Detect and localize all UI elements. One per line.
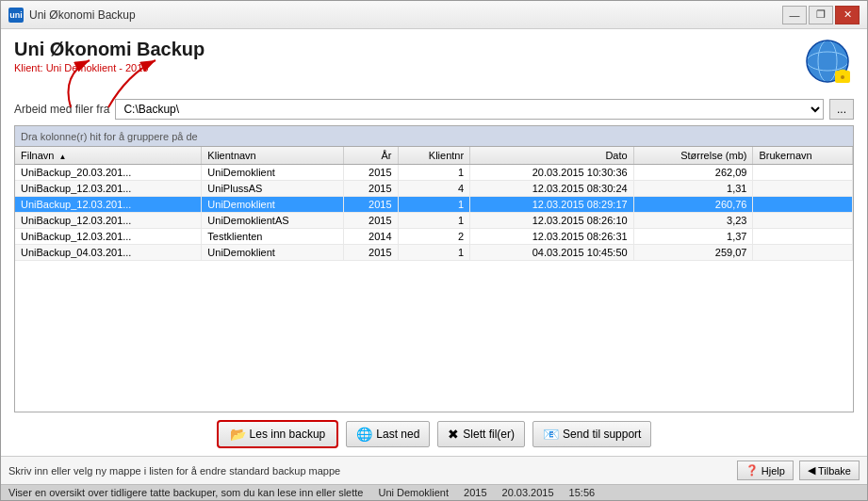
action-buttons: 📂 Les inn backup 🌐 Last ned ✖ Slett fil(… xyxy=(1,412,867,456)
table-cell: UniBackup_04.03.201... xyxy=(15,245,202,261)
tilbake-icon: ◀ xyxy=(808,464,815,477)
table-cell: 1,37 xyxy=(633,229,753,245)
table-cell: 1,31 xyxy=(633,181,753,197)
table-cell: 12.03.2015 08:29:17 xyxy=(470,197,634,213)
slett-label: Slett fil(er) xyxy=(463,428,515,441)
table-cell xyxy=(753,229,853,245)
bottom-client: Uni Demoklient xyxy=(378,487,449,498)
table-row[interactable]: UniBackup_12.03.201...Testklienten201421… xyxy=(15,229,853,245)
table-row[interactable]: UniBackup_12.03.201...UniDemoklient20151… xyxy=(15,197,853,213)
table-cell xyxy=(753,245,853,261)
window-title: Uni Økonomi Backup xyxy=(29,8,136,22)
table-cell: 12.03.2015 08:30:24 xyxy=(470,181,634,197)
table-cell: 2014 xyxy=(344,229,398,245)
col-filnavn[interactable]: Filnavn ▲ xyxy=(15,147,202,165)
send-support-button[interactable]: 📧 Send til support xyxy=(532,421,651,447)
table-cell: 20.03.2015 10:30:36 xyxy=(470,165,634,181)
table-cell: 2015 xyxy=(344,181,398,197)
last-ned-button[interactable]: 🌐 Last ned xyxy=(346,421,430,447)
table-cell: UniBackup_12.03.201... xyxy=(15,229,202,245)
col-brukernavn[interactable]: Brukernavn xyxy=(753,147,853,165)
table-cell: UniBackup_20.03.201... xyxy=(15,165,202,181)
group-header: Dra kolonne(r) hit for å gruppere på de xyxy=(15,126,853,147)
table-cell: 262,09 xyxy=(633,165,753,181)
app-icon: uni xyxy=(8,8,24,23)
bottom-time: 15:56 xyxy=(569,487,596,498)
table-cell: 04.03.2015 10:45:50 xyxy=(470,245,634,261)
col-aar[interactable]: År xyxy=(344,147,398,165)
window-controls: — ❐ ✕ xyxy=(782,6,860,24)
title-bar-left: uni Uni Økonomi Backup xyxy=(8,8,136,23)
globe-icon xyxy=(805,39,854,88)
slett-button[interactable]: ✖ Slett fil(er) xyxy=(437,421,525,447)
table-row[interactable]: UniBackup_12.03.201...UniDemoklientAS201… xyxy=(15,213,853,229)
file-table: Filnavn ▲ Klientnavn År Klientnr Dato St… xyxy=(15,147,853,261)
table-cell xyxy=(753,213,853,229)
svg-point-8 xyxy=(841,75,844,79)
table-cell xyxy=(753,181,853,197)
col-klientnr[interactable]: Klientnr xyxy=(398,147,470,165)
bottom-date: 20.03.2015 xyxy=(502,487,554,498)
table-cell: 2015 xyxy=(344,213,398,229)
file-table-container: Dra kolonne(r) hit for å gruppere på de … xyxy=(14,125,854,412)
bottom-bar: Viser en oversikt over tidligere tatte b… xyxy=(1,484,867,500)
col-dato[interactable]: Dato xyxy=(470,147,634,165)
table-cell: 2 xyxy=(398,229,470,245)
send-support-label: Send til support xyxy=(563,428,641,441)
sort-icon-filnavn: ▲ xyxy=(59,153,67,161)
table-cell: UniDemoklientAS xyxy=(202,213,344,229)
table-cell: UniDemoklient xyxy=(202,245,344,261)
table-cell: 2015 xyxy=(344,165,398,181)
les-inn-icon: 📂 xyxy=(230,427,246,442)
path-row: Arbeid med filer fra C:\Backup\ ... xyxy=(14,99,854,120)
send-support-icon: 📧 xyxy=(543,427,559,442)
table-header-row: Filnavn ▲ Klientnavn År Klientnr Dato St… xyxy=(15,147,853,165)
col-storrelse[interactable]: Størrelse (mb) xyxy=(633,147,753,165)
table-cell: Testklienten xyxy=(202,229,344,245)
table-row[interactable]: UniBackup_12.03.201...UniPlussAS2015412.… xyxy=(15,181,853,197)
slett-icon: ✖ xyxy=(448,427,459,442)
table-cell: 1 xyxy=(398,213,470,229)
help-text: Skriv inn eller velg ny mappe i listen f… xyxy=(8,465,340,477)
table-cell: UniBackup_12.03.201... xyxy=(15,181,202,197)
main-content: Uni Økonomi Backup Klient: Uni Demoklien… xyxy=(1,29,867,412)
header-left: Uni Økonomi Backup Klient: Uni Demoklien… xyxy=(14,39,205,73)
table-cell: 4 xyxy=(398,181,470,197)
table-cell xyxy=(753,197,853,213)
browse-button[interactable]: ... xyxy=(829,99,854,120)
help-buttons: ❓ Hjelp ◀ Tilbake xyxy=(737,461,860,480)
table-cell: 259,07 xyxy=(633,245,753,261)
table-row[interactable]: UniBackup_04.03.201...UniDemoklient20151… xyxy=(15,245,853,261)
table-row[interactable]: UniBackup_20.03.201...UniDemoklient20151… xyxy=(15,165,853,181)
les-inn-label: Les inn backup xyxy=(250,428,326,441)
table-cell: 1 xyxy=(398,165,470,181)
table-cell: UniDemoklient xyxy=(202,197,344,213)
bottom-year: 2015 xyxy=(464,487,486,498)
table-cell: UniDemoklient xyxy=(202,165,344,181)
table-scroll[interactable]: Filnavn ▲ Klientnavn År Klientnr Dato St… xyxy=(15,147,853,412)
table-body: UniBackup_20.03.201...UniDemoklient20151… xyxy=(15,165,853,261)
close-button[interactable]: ✕ xyxy=(835,6,860,24)
table-cell: 12.03.2015 08:26:31 xyxy=(470,229,634,245)
table-cell: 3,23 xyxy=(633,213,753,229)
les-inn-button[interactable]: 📂 Les inn backup xyxy=(217,420,339,448)
table-cell: 260,76 xyxy=(633,197,753,213)
app-title: Uni Økonomi Backup xyxy=(14,39,205,60)
col-klientnavn[interactable]: Klientnavn xyxy=(202,147,344,165)
header-row: Uni Økonomi Backup Klient: Uni Demoklien… xyxy=(14,39,854,88)
restore-button[interactable]: ❐ xyxy=(809,6,833,24)
client-label: Klient: Uni Demoklient - 2015 xyxy=(14,62,205,73)
tilbake-label: Tilbake xyxy=(818,465,851,477)
path-combo[interactable]: C:\Backup\ xyxy=(115,99,824,120)
table-cell: UniPlussAS xyxy=(202,181,344,197)
hjelp-icon: ❓ xyxy=(745,464,759,477)
hjelp-button[interactable]: ❓ Hjelp xyxy=(737,461,794,480)
table-cell xyxy=(753,165,853,181)
bottom-text: Viser en oversikt over tidligere tatte b… xyxy=(8,487,363,498)
title-bar: uni Uni Økonomi Backup — ❐ ✕ xyxy=(1,1,867,29)
table-cell: 1 xyxy=(398,197,470,213)
table-cell: UniBackup_12.03.201... xyxy=(15,197,202,213)
tilbake-button[interactable]: ◀ Tilbake xyxy=(799,461,860,480)
help-row: Skriv inn eller velg ny mappe i listen f… xyxy=(1,456,867,484)
minimize-button[interactable]: — xyxy=(782,6,807,24)
